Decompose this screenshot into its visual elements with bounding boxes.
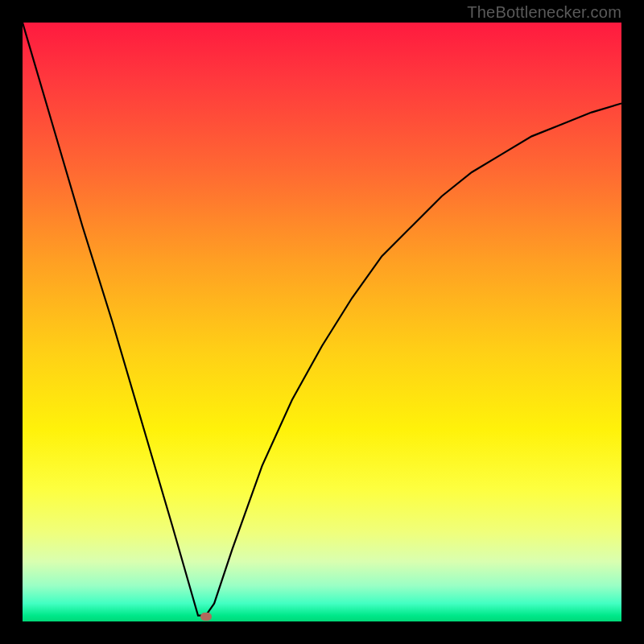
optimal-marker xyxy=(200,613,212,621)
chart-area xyxy=(23,23,621,621)
bottleneck-curve xyxy=(23,23,621,621)
attribution-text: TheBottlenecker.com xyxy=(467,3,621,22)
